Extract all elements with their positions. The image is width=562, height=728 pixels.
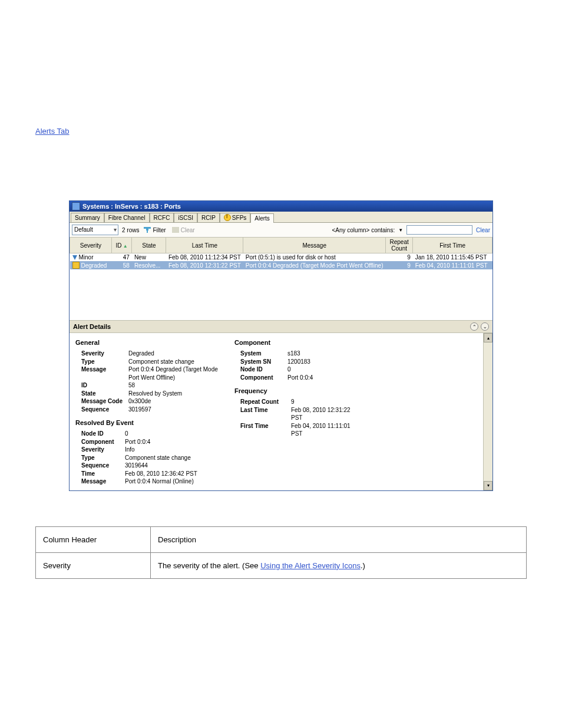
detail-value: 0 [125,430,128,438]
detail-value: Port 0:0:4 [125,438,150,446]
tab-rcip[interactable]: RCIP [197,213,220,222]
column-header[interactable]: State [132,238,166,253]
toolbar: Default 2 rows Filter Clear <Any column>… [70,223,492,238]
tab-summary[interactable]: Summary [71,213,104,222]
detail-key: ID [81,381,128,390]
column-header[interactable]: Severity [70,238,112,253]
detail-value: Degraded [128,350,154,358]
detail-key: First Time [240,422,291,438]
severity-icons-link[interactable]: Using the Alert Severity Icons [260,561,361,570]
desc-text: .) [361,561,365,570]
detail-value: Feb 04, 2010 11:11:01 PST [291,422,352,438]
collapse-down-icon[interactable]: ⌄ [481,322,489,331]
table-empty-area [70,269,492,320]
col-header-cell: Column Header [36,526,151,552]
table-header-row: Column Header Description [36,526,527,552]
column-description-table: Column Header Description Severity The s… [35,526,527,579]
detail-key: System [240,350,287,358]
anycolumn-dropdown-arrow[interactable]: ▼ [398,228,403,233]
tab-label: Alerts [254,215,270,222]
detail-value: Resolved by System [128,390,182,398]
table-cell: New [132,253,166,262]
general-section-title: General [75,339,223,346]
table-cell: Feb 08, 2010 11:12:34 PST [166,253,243,262]
table-cell: Feb 04, 2010 11:11:01 PST [413,261,492,269]
detail-row: TypeComponent state change [81,454,223,462]
detail-key: Last Time [240,406,291,422]
detail-key: Node ID [81,430,125,438]
tab-alerts[interactable]: Alerts [250,213,274,223]
column-header[interactable]: Message [243,238,386,253]
col-header-cell: Description [151,526,527,552]
filter-button[interactable]: Filter [143,226,167,234]
table-cell: Port (0:5:1) is used for disk or host [243,253,386,262]
view-dropdown[interactable]: Default [72,225,118,235]
column-header[interactable]: ID ▲ [111,238,132,253]
alerts-table: SeverityID ▲StateLast TimeMessageRepeat … [70,238,492,269]
alert-details-title: Alert Details [73,323,111,330]
collapse-up-icon[interactable]: ⌃ [470,322,478,331]
search-input[interactable] [406,225,472,235]
detail-row: Systems183 [240,350,352,358]
detail-row: Node ID0 [81,430,223,438]
column-header[interactable]: First Time [413,238,492,253]
detail-value: 58 [128,381,135,390]
severity-icon [72,255,77,260]
rows-count-label: 2 rows [122,227,139,233]
column-header[interactable]: Repeat Count [385,238,412,253]
clear-filter-button[interactable]: Clear [171,226,196,234]
detail-value: s183 [287,350,300,358]
tab-label: Summary [75,215,100,221]
detail-value: 0x300de [128,397,151,406]
col-name-cell: Severity [36,552,151,578]
detail-row: Sequence3019644 [81,462,223,470]
ports-window: Systems : InServs : s183 : Ports Summary… [69,200,493,491]
detail-row: Node ID0 [240,365,352,374]
detail-value: 3019597 [128,406,151,414]
detail-value: 0 [287,365,291,374]
detail-key: Sequence [81,462,125,470]
alerts-tab-link[interactable]: Alerts Tab [35,127,70,136]
filter-label: Filter [153,227,166,233]
tab-rcfc[interactable]: RCFC [150,213,174,222]
scroll-down-icon[interactable]: ▾ [484,481,492,490]
tab-fibre-channel[interactable]: Fibre Channel [104,213,150,222]
detail-key: Time [81,470,125,478]
detail-key: Type [81,454,125,462]
severity-icon [72,262,80,269]
window-title: Systems : InServs : s183 : Ports [82,203,181,210]
clear-search-link[interactable]: Clear [476,227,490,233]
detail-key: System SN [240,358,287,366]
details-scrollbar[interactable]: ▴ ▾ [483,333,492,490]
details-collapse-controls: ⌃ ⌄ [470,322,489,331]
detail-key: Repeat Count [240,398,291,406]
tab-sfps[interactable]: SFPs [220,213,250,222]
detail-value: Feb 08, 2010 12:36:42 PST [125,470,197,478]
detail-row: Last TimeFeb 08, 2010 12:31:22 PST [240,406,352,422]
detail-key: Severity [81,446,125,454]
scroll-up-icon[interactable]: ▴ [484,333,492,342]
detail-row: MessagePort 0:0:4 Normal (Online) [81,477,223,486]
detail-key: Sequence [81,406,128,414]
detail-row: TypeComponent state change [81,358,223,366]
detail-key: Component [81,438,125,446]
detail-row: SeverityDegraded [81,350,223,358]
app-icon [72,202,80,210]
detail-key: Type [81,358,128,366]
component-section-title: Component [234,339,352,346]
anycolumn-label: <Any column> contains: [332,227,395,233]
detail-key: State [81,390,128,398]
table-cell: 58 [111,261,132,269]
detail-row: System SN1200183 [240,358,352,366]
detail-row: ComponentPort 0:0:4 [81,438,223,446]
table-row[interactable]: Degraded58Resolve...Feb 08, 2010 12:31:2… [70,261,492,269]
column-header[interactable]: Last Time [166,238,243,253]
detail-row: ID58 [81,381,223,390]
frequency-section-title: Frequency [234,387,352,394]
clear-filter-label: Clear [181,227,195,233]
table-cell: Degraded [70,261,112,269]
table-cell: Feb 08, 2010 12:31:22 PST [166,261,243,269]
table-row: Severity The severity of the alert. (See… [36,552,527,578]
tab-iscsi[interactable]: iSCSI [174,213,197,222]
table-row[interactable]: Minor47NewFeb 08, 2010 11:12:34 PSTPort … [70,253,492,262]
